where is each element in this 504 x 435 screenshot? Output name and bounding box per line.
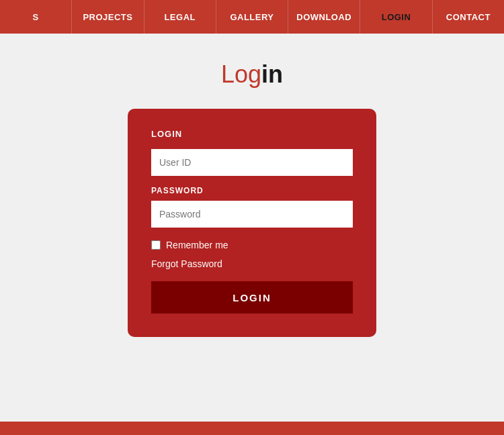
footer-bar — [0, 422, 504, 435]
nav-item-download[interactable]: DOWNLOAD — [288, 0, 360, 34]
remember-checkbox[interactable] — [151, 240, 161, 250]
page-title: Login — [221, 60, 283, 89]
main-nav: S PROJECTS LEGAL GALLERY DOWNLOAD LOGIN … — [0, 0, 504, 34]
login-card: LOGIN PASSWORD Remember me Forgot Passwo… — [128, 109, 376, 337]
title-bold: in — [261, 60, 283, 88]
password-label: PASSWORD — [151, 186, 353, 195]
remember-label: Remember me — [166, 240, 228, 250]
remember-row: Remember me — [151, 240, 353, 250]
title-light: Log — [221, 60, 261, 88]
nav-item-login[interactable]: LOGIN — [360, 0, 432, 34]
userid-input[interactable] — [151, 149, 353, 176]
nav-item-projects[interactable]: PROJECTS — [72, 0, 144, 34]
nav-item-legal[interactable]: LEGAL — [144, 0, 216, 34]
login-button[interactable]: LOGIN — [151, 281, 353, 313]
password-input[interactable] — [151, 201, 353, 228]
forgot-password-link[interactable]: Forgot Password — [151, 258, 353, 269]
login-card-title: LOGIN — [151, 129, 353, 139]
nav-item-gallery[interactable]: GALLERY — [216, 0, 288, 34]
main-content: Login LOGIN PASSWORD Remember me Forgot … — [0, 34, 504, 422]
nav-item-s[interactable]: S — [0, 0, 72, 34]
nav-item-contact[interactable]: CONTACT — [433, 0, 504, 34]
